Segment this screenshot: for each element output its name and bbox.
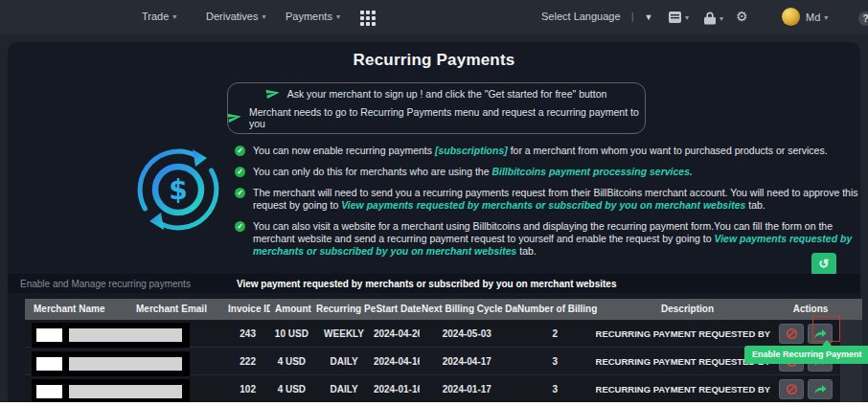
refresh-history-button[interactable]: ↺ — [811, 253, 836, 276]
wallet-icon — [669, 11, 681, 23]
avatar[interactable] — [782, 8, 800, 26]
column-header: Start Date — [376, 299, 422, 320]
paper-plane-icon — [227, 111, 242, 124]
column-header: Merchant Name — [25, 299, 127, 320]
column-header: Merchant Email — [127, 299, 228, 320]
tab-bar: Enable and Manage recurring payments Vie… — [8, 274, 860, 293]
column-header: Actions — [776, 299, 845, 320]
list-item: ✓ The merchant will need to send you a r… — [235, 187, 862, 212]
top-navbar: Trade▾ Derivatives▾ Payments▾ Select Lan… — [0, 0, 868, 34]
list-item: ✓ You can now enable recurring payments … — [235, 145, 862, 157]
block-icon — [786, 327, 798, 340]
instruction-box: Ask your merchant to sign up ! and click… — [227, 82, 646, 134]
divider: | — [631, 11, 634, 22]
column-header: Next Billing Cycle Date — [422, 299, 517, 320]
enable-payment-button[interactable] — [808, 379, 833, 399]
svg-text:$: $ — [169, 174, 187, 206]
check-icon: ✓ — [235, 146, 245, 156]
link-text[interactable]: View payments requested by merchants or … — [341, 199, 745, 211]
user-menu-label: Md — [806, 11, 820, 23]
nav-menu-derivatives-label: Derivatives — [206, 11, 258, 22]
settings-gear-icon[interactable]: ⚙ — [736, 9, 748, 24]
instruction-text: Merchant needs to go to Recurring Paymen… — [249, 106, 645, 129]
help-icon[interactable]: ? — [858, 11, 868, 26]
recurring-dollar-icon: $ — [132, 144, 224, 236]
chevron-down-icon: ▾ — [685, 13, 689, 22]
redacted-merchant-info — [32, 351, 190, 376]
cancel-payment-button[interactable] — [779, 324, 804, 344]
nav-menu-derivatives[interactable]: Derivatives▾ — [206, 11, 265, 22]
column-header: Number of Billing Cycles — [517, 299, 599, 320]
lock-icon — [704, 11, 716, 25]
user-menu[interactable]: Md▾ — [806, 11, 828, 23]
column-header: Description — [599, 299, 776, 320]
security-menu[interactable]: ▾ — [704, 11, 723, 25]
tab-view-requested[interactable]: View payment requested by merchants or s… — [237, 279, 617, 289]
column-header: Invoice ID — [228, 299, 270, 320]
wallet-menu[interactable]: ▾ — [669, 11, 689, 23]
chevron-down-icon: ▾ — [336, 12, 340, 21]
check-icon: ✓ — [235, 221, 245, 232]
nav-menu-payments[interactable]: Payments▾ — [286, 11, 340, 22]
nav-menu-trade[interactable]: Trade▾ — [142, 11, 176, 22]
apps-grid-icon[interactable] — [360, 11, 376, 26]
list-item: ✓ You can only do this for merchants who… — [235, 166, 862, 178]
instruction-line: Ask your merchant to sign up ! and click… — [228, 88, 645, 100]
nav-menu-payments-label: Payments — [286, 11, 332, 22]
list-item: ✓ You can also visit a website for a mer… — [235, 220, 862, 258]
redacted-merchant-info — [32, 323, 190, 348]
chevron-down-icon: ▼ — [645, 12, 653, 22]
history-icon: ↺ — [819, 257, 830, 271]
chevron-down-icon: ▾ — [172, 12, 176, 21]
block-icon — [786, 383, 798, 395]
instruction-line: Merchant needs to go to Recurring Paymen… — [228, 106, 645, 129]
tab-enable-manage[interactable]: Enable and Manage recurring payments — [20, 279, 191, 289]
page-title: Recurring Payments — [8, 51, 860, 70]
instruction-text: Ask your merchant to sign up ! and click… — [287, 88, 607, 100]
column-header: Recurring Period — [316, 299, 376, 320]
table-header-row: Merchant Name Merchant Email Invoice ID … — [25, 299, 862, 320]
cancel-payment-button[interactable] — [779, 379, 804, 399]
language-selector[interactable]: Select Language | ▼ — [541, 11, 652, 22]
language-selector-label: Select Language — [541, 11, 621, 22]
chevron-down-icon: ▾ — [824, 13, 828, 22]
redo-arrow-icon — [813, 327, 827, 339]
check-icon: ✓ — [235, 167, 245, 177]
redacted-merchant-info — [32, 379, 190, 402]
nav-menu-trade-label: Trade — [142, 11, 169, 22]
chevron-down-icon: ▾ — [262, 12, 265, 21]
paper-plane-icon — [265, 87, 281, 101]
enable-payment-tooltip: Enable Recurring Payment — [744, 346, 868, 364]
chevron-down-icon: ▾ — [720, 14, 723, 23]
recurring-payments-page: Trade▾ Derivatives▾ Payments▾ Select Lan… — [0, 0, 868, 402]
info-bullet-list: ✓ You can now enable recurring payments … — [235, 145, 862, 266]
redo-arrow-icon — [813, 383, 827, 395]
column-header: Amount — [270, 299, 316, 320]
check-icon: ✓ — [235, 188, 245, 198]
